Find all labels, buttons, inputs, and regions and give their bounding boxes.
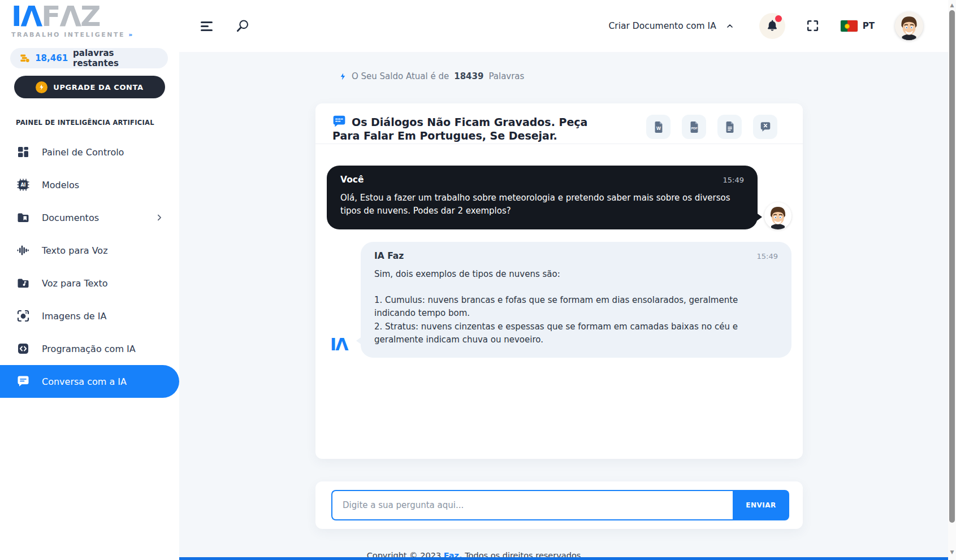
- message-time: 15:49: [757, 252, 778, 261]
- upgrade-button-label: UPGRADE DA CONTA: [53, 83, 143, 92]
- sidebar-item-programacao-com-ia[interactable]: Programação com IA: [0, 332, 179, 365]
- export-word-button[interactable]: W: [646, 115, 671, 139]
- message-author: IA Faz: [374, 251, 404, 261]
- ai-message-bubble: IA Faz 15:49 Sim, dois exemplos de tipos…: [361, 242, 791, 358]
- bottom-accent-line: [179, 557, 948, 560]
- svg-text:PDF: PDF: [691, 127, 698, 130]
- export-text-button[interactable]: [717, 115, 742, 139]
- word-file-icon: W: [652, 121, 665, 133]
- sidebar-item-label: Programação com IA: [42, 344, 136, 354]
- balance-prefix: O Seu Saldo Atual é de: [352, 71, 449, 81]
- user-message-bubble: Você 15:49 Olá, Estou a fazer um trabalh…: [327, 166, 758, 229]
- message-text: Olá, Estou a fazer um trabalho sobre met…: [340, 192, 744, 218]
- chat-icon: [17, 375, 29, 388]
- chat-input-card: ENVIAR: [315, 481, 803, 529]
- main-content: O Seu Saldo Atual é de 18439 Palavras Os…: [179, 52, 948, 560]
- brand-logo: IΛFΛZ TRABALHO INTELIGENTE »: [11, 2, 179, 38]
- user-avatar: [764, 202, 791, 229]
- message-time: 15:49: [723, 176, 744, 184]
- brand-logo-text: IΛFΛZ: [11, 2, 179, 31]
- balance-suffix: Palavras: [488, 71, 524, 81]
- language-code: PT: [863, 21, 875, 31]
- words-remaining-pill: 18,461 palavras restantes: [10, 48, 168, 68]
- create-document-dropdown[interactable]: Criar Documento com IA: [609, 21, 734, 31]
- logo-ia-part: IΛ: [11, 0, 41, 33]
- sidebar-item-label: Conversa com a IA: [42, 376, 127, 387]
- sidebar-item-label: Imagens de IA: [42, 311, 106, 322]
- bolt-icon: [36, 81, 47, 93]
- app-window: IΛFΛZ TRABALHO INTELIGENTE » 18,461 pala…: [0, 0, 956, 560]
- portugal-flag-icon: [841, 20, 858, 32]
- message-author: Você: [340, 175, 364, 185]
- text-to-speech-waveform-icon: [17, 244, 29, 257]
- scrollbar-thumb[interactable]: [949, 10, 955, 523]
- chevron-right-icon: [155, 214, 163, 222]
- svg-text:W: W: [656, 126, 661, 131]
- upgrade-account-button[interactable]: UPGRADE DA CONTA: [14, 76, 165, 98]
- sidebar-item-label: Voz para Texto: [42, 278, 108, 289]
- language-selector[interactable]: PT: [841, 20, 875, 32]
- chat-toolbar: W PDF: [646, 115, 777, 139]
- chat-title-text: Os Diálogos Não Ficam Gravados. Peça Par…: [332, 116, 587, 142]
- brand-tagline: TRABALHO INTELIGENTE »: [11, 32, 179, 38]
- tagline-arrow-icon: »: [128, 31, 132, 38]
- chat-question-input[interactable]: [331, 490, 733, 520]
- chat-title: Os Diálogos Não Ficam Gravados. Peça Par…: [332, 115, 592, 143]
- documents-folder-icon: [17, 211, 29, 224]
- sidebar-item-label: Modelos: [42, 180, 79, 190]
- code-icon: [17, 342, 29, 355]
- notifications-button[interactable]: [759, 13, 785, 39]
- sidebar-section-label: PAINEL DE INTELIGÊNCIA ARTIFICIAL: [16, 119, 179, 127]
- sidebar-menu: Painel de Controlo AI Modelos Documentos…: [0, 136, 179, 398]
- svg-text:AI: AI: [20, 183, 25, 188]
- chat-bubble-icon: [332, 115, 346, 128]
- text-file-icon: [724, 121, 736, 133]
- page-scrollbar[interactable]: ▲ ▼: [948, 0, 956, 560]
- sidebar-item-voz-para-texto[interactable]: Voz para Texto: [0, 267, 179, 299]
- pdf-file-icon: PDF: [688, 121, 700, 133]
- sidebar-item-label: Painel de Controlo: [42, 147, 124, 158]
- chevron-up-icon: [725, 21, 734, 31]
- sidebar: IΛFΛZ TRABALHO INTELIGENTE » 18,461 pala…: [0, 0, 179, 560]
- chat-message-ai: IΛ IA Faz 15:49 Sim, dois exemplos de ti…: [327, 242, 791, 358]
- sidebar-item-texto-para-voz[interactable]: Texto para Voz: [0, 234, 179, 267]
- logo-faz-part: FΛZ: [41, 0, 100, 33]
- profile-avatar[interactable]: [895, 12, 923, 40]
- words-remaining-value: 18,461: [35, 53, 68, 63]
- sidebar-item-modelos[interactable]: AI Modelos: [0, 168, 179, 201]
- ai-models-icon: AI: [17, 179, 29, 191]
- search-icon[interactable]: [235, 19, 250, 33]
- dashboard-icon: [17, 146, 29, 158]
- ia-faz-logo-avatar: IΛ: [327, 336, 347, 358]
- message-text: Sim, dois exemplos de tipos de nuvens sã…: [374, 268, 778, 347]
- sidebar-item-conversa-com-a-ia[interactable]: Conversa com a IA: [0, 365, 179, 398]
- sidebar-item-documentos[interactable]: Documentos: [0, 201, 179, 234]
- coins-icon: [19, 53, 30, 64]
- topbar: Criar Documento com IA PT: [179, 0, 948, 52]
- chat-message-user: Você 15:49 Olá, Estou a fazer um trabalh…: [327, 166, 791, 229]
- hamburger-menu-icon[interactable]: [201, 21, 213, 31]
- chat-card: Os Diálogos Não Ficam Gravados. Peça Par…: [315, 103, 803, 459]
- scrollbar-down-arrow[interactable]: ▼: [949, 549, 955, 555]
- chat-messages: Você 15:49 Olá, Estou a fazer um trabalh…: [315, 144, 803, 358]
- topbar-right-cluster: Criar Documento com IA PT: [609, 12, 923, 40]
- sidebar-item-label: Documentos: [42, 212, 99, 223]
- balance-value: 18439: [454, 71, 483, 81]
- lightning-icon: [339, 72, 347, 81]
- sidebar-item-imagens-de-ia[interactable]: Imagens de IA: [0, 299, 179, 332]
- ai-images-camera-icon: [17, 310, 29, 322]
- sidebar-item-painel-de-controlo[interactable]: Painel de Controlo: [0, 136, 179, 168]
- send-button[interactable]: ENVIAR: [733, 490, 789, 520]
- speech-to-text-icon: [17, 277, 29, 289]
- scrollbar-up-arrow[interactable]: ▲: [949, 2, 955, 8]
- balance-banner: O Seu Saldo Atual é de 18439 Palavras: [339, 71, 524, 81]
- fullscreen-icon[interactable]: [806, 19, 820, 33]
- words-remaining-label: palavras restantes: [73, 48, 159, 68]
- export-pdf-button[interactable]: PDF: [682, 115, 706, 139]
- chat-clear-icon: [759, 121, 772, 133]
- notification-dot: [775, 15, 782, 22]
- create-document-label: Criar Documento com IA: [609, 21, 716, 31]
- sidebar-item-label: Texto para Voz: [42, 245, 108, 256]
- chat-header: Os Diálogos Não Ficam Gravados. Peça Par…: [315, 103, 803, 144]
- clear-chat-button[interactable]: [753, 115, 777, 139]
